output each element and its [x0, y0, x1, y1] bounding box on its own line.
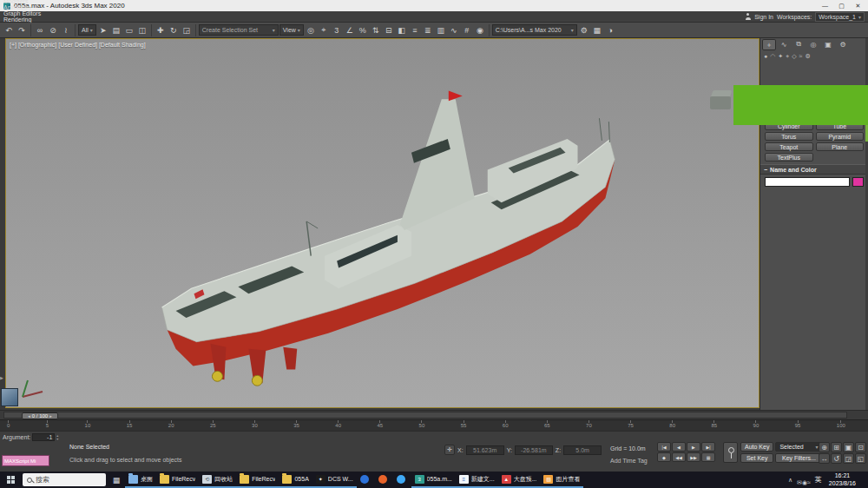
taskbar-app-button[interactable]: 055A — [279, 472, 312, 488]
ribbon-icon[interactable]: ▥ — [435, 24, 447, 36]
viewport-label[interactable]: [+] [Orthographic] [User Defined] [Defau… — [10, 42, 146, 48]
start-button[interactable] — [0, 472, 21, 488]
curve-editor-icon[interactable]: ∿ — [448, 24, 460, 36]
key-mode-toggle-button[interactable]: ◆ — [657, 452, 671, 462]
add-time-tag[interactable]: Add Time Tag — [610, 458, 648, 464]
expand-arrow-icon[interactable]: ▶ — [0, 375, 3, 380]
cameras-category-icon[interactable]: ⌖ — [786, 53, 789, 60]
systems-category-icon[interactable]: ⚙ — [805, 53, 810, 60]
select-and-rotate-icon[interactable]: ↻ — [168, 24, 180, 36]
pan-icon[interactable]: ↔ — [819, 453, 830, 464]
maximize-button[interactable]: ▢ — [833, 0, 850, 11]
taskbar-app-button[interactable] — [357, 472, 375, 488]
field-of-view-icon[interactable]: ◲ — [843, 453, 854, 464]
previous-frame-button[interactable]: ◀ — [672, 442, 686, 452]
orbit-icon[interactable]: ↺ — [831, 453, 842, 464]
select-object-icon[interactable]: ➤ — [97, 24, 109, 36]
taskbar-app-button[interactable]: ≡ 新建文... — [456, 472, 498, 488]
auto-key-button[interactable]: Auto Key — [740, 442, 773, 452]
key-filters-button[interactable]: Key Filters... — [775, 453, 822, 463]
minimize-button[interactable]: — — [817, 0, 833, 11]
shapes-category-icon[interactable]: ◠ — [770, 53, 775, 60]
named-selection-set-input[interactable]: Create Selection Set ▾ — [199, 24, 279, 36]
snaps-toggle-icon[interactable]: 3 — [331, 24, 343, 36]
y-coordinate-field[interactable]: -26.581m — [515, 445, 553, 455]
taskbar-app-button[interactable]: ▲ 大盘预... — [498, 472, 541, 488]
select-and-move-icon[interactable]: ✚ — [155, 24, 167, 36]
utilities-tab[interactable]: ⚙ — [836, 39, 850, 50]
transform-type-in-toggle[interactable]: ✛ — [444, 445, 455, 455]
play-animation-button[interactable]: ▶ — [687, 442, 700, 452]
go-to-start-button[interactable]: |◀ — [657, 442, 671, 452]
mirror-icon[interactable]: ◧ — [396, 24, 408, 36]
rectangular-selection-region-icon[interactable]: ▭ — [123, 24, 135, 36]
taskbar-app-button[interactable]: ⟲ 回收站 — [199, 472, 236, 488]
next-key-button[interactable]: ▶▶ — [687, 452, 700, 462]
maximize-viewport-toggle-icon[interactable]: ◱ — [855, 453, 866, 464]
lights-category-icon[interactable]: ✦ — [778, 53, 783, 60]
show-hidden-icons-button[interactable]: ∧ — [788, 477, 792, 484]
percent-snap-icon[interactable]: % — [357, 24, 369, 36]
angle-snap-icon[interactable]: ∠ — [344, 24, 356, 36]
menu-item[interactable]: Animation — [0, 4, 51, 10]
zoom-all-icon[interactable]: ⊞ — [831, 442, 842, 452]
object-type-button[interactable]: Plane — [816, 142, 865, 151]
render-setup-icon[interactable]: ⚙ — [578, 24, 590, 36]
name-and-color-rollout-header[interactable]: − Name and Color — [760, 164, 868, 175]
helpers-category-icon[interactable]: ◇ — [792, 53, 796, 60]
workspace-dropdown[interactable]: Workspace_1 ▾ — [815, 12, 865, 22]
edit-named-selection-sets-icon[interactable]: ⊟ — [383, 24, 395, 36]
modify-tab[interactable]: ∿ — [777, 39, 791, 50]
previous-key-button[interactable]: ◀◀ — [672, 452, 686, 462]
viewport[interactable]: [+] [Orthographic] [User Defined] [Defau… — [5, 38, 760, 408]
space-warps-category-icon[interactable]: ≈ — [799, 53, 803, 59]
taskbar-search-box[interactable]: 搜索 — [23, 473, 106, 486]
set-keys-button[interactable] — [723, 442, 738, 463]
schematic-view-icon[interactable]: # — [461, 24, 473, 36]
maxscript-mini-listener[interactable]: MAXScript Mi — [2, 455, 49, 466]
frame-forward-arrow-icon[interactable]: ▸ — [49, 413, 52, 419]
undo-icon[interactable]: ↶ — [3, 24, 15, 36]
zoom-extents-icon[interactable]: ▣ — [843, 442, 854, 452]
display-tab[interactable]: ▣ — [821, 39, 835, 50]
taskbar-app-button[interactable]: FileRecv — [156, 472, 199, 488]
object-type-button[interactable]: Pyramid — [816, 132, 865, 141]
motion-tab[interactable]: ◎ — [806, 39, 820, 50]
track-bar[interactable]: 0510152025303540455055606570758085909510… — [0, 419, 868, 431]
object-name-input[interactable] — [765, 177, 850, 187]
geometry-category-icon[interactable]: ● — [764, 53, 767, 59]
taskbar-app-button[interactable]: 3 055a.m... — [411, 472, 456, 488]
select-and-link-icon[interactable]: ∞ — [34, 24, 46, 36]
object-type-button[interactable]: Teapot — [765, 142, 813, 151]
selection-filter-dropdown[interactable]: All ▾ — [78, 24, 96, 36]
taskbar-app-button[interactable]: 桌面 — [125, 472, 156, 488]
layer-manager-icon[interactable]: ≣ — [422, 24, 434, 36]
render-production-icon[interactable]: ◑ — [604, 24, 616, 36]
time-slider-track[interactable]: ◂ 0 / 100 ▸ — [3, 412, 847, 419]
align-icon[interactable]: ≡ — [409, 24, 421, 36]
z-coordinate-field[interactable]: 5.0m — [563, 445, 602, 455]
close-button[interactable]: ✕ — [850, 0, 866, 11]
select-by-name-icon[interactable]: ▤ — [110, 24, 122, 36]
sign-in-link[interactable]: Sign In — [754, 14, 773, 20]
taskbar-app-button[interactable]: FileRecv — [236, 472, 279, 488]
taskbar-app-button[interactable]: ▧ 图片查看 — [540, 472, 583, 488]
frame-back-arrow-icon[interactable]: ◂ — [28, 413, 30, 419]
create-tab[interactable]: ＋ — [762, 39, 776, 50]
set-key-button[interactable]: Set Key — [740, 453, 773, 463]
time-slider-handle[interactable]: ◂ 0 / 100 ▸ — [22, 412, 58, 419]
window-crossing-icon[interactable]: ◫ — [136, 24, 148, 36]
x-coordinate-field[interactable]: 51.623m — [466, 445, 504, 455]
select-and-scale-icon[interactable]: ◲ — [181, 24, 193, 36]
go-to-end-button[interactable]: ▶| — [701, 442, 715, 452]
task-view-button[interactable]: ▦ — [108, 472, 125, 488]
taskbar-clock[interactable]: 16:21 2023/8/16 — [826, 472, 858, 487]
taskbar-app-button[interactable] — [393, 472, 411, 488]
object-color-swatch[interactable] — [852, 177, 864, 187]
taskbar-app-button[interactable] — [375, 472, 393, 488]
argument-spinner[interactable]: ▴▾ — [56, 434, 58, 440]
reference-coordinate-dropdown[interactable]: View ▾ — [279, 24, 304, 36]
tray-network-icon[interactable]: ≈ — [807, 479, 811, 485]
object-type-button[interactable]: Torus — [765, 132, 813, 141]
zoom-extents-all-icon[interactable]: ⊡ — [855, 442, 866, 452]
